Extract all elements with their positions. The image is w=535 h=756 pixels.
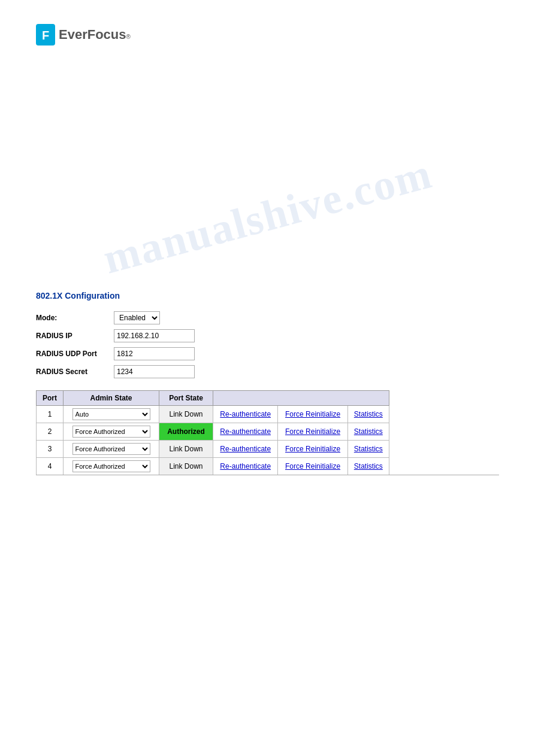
radius-secret-input[interactable] [114, 365, 195, 378]
port-table-area: Port Admin State Port State 1AutoForce A… [36, 390, 499, 475]
admin-state-select-3[interactable]: AutoForce AuthorizedForce Unauthorized [72, 443, 150, 455]
logo-brand-text: EverFocus [59, 27, 126, 42]
table-row: 1AutoForce AuthorizedForce UnauthorizedL… [37, 406, 389, 423]
table-row: 3AutoForce AuthorizedForce UnauthorizedL… [37, 441, 389, 458]
port-state-cell-2: Authorized [159, 423, 213, 441]
radius-udp-label: RADIUS UDP Port [36, 350, 114, 358]
force-reinitialize-cell-2: Force Reinitialize [278, 423, 347, 441]
table-row: 2AutoForce AuthorizedForce UnauthorizedA… [37, 423, 389, 441]
mode-field-group: Mode: Enabled Disabled [36, 311, 499, 324]
re-authenticate-cell-1: Re-authenticate [213, 406, 278, 423]
admin-state-cell-2: AutoForce AuthorizedForce Unauthorized [64, 423, 159, 441]
col-header-actions [213, 391, 389, 406]
statistics-link-3[interactable]: Statistics [354, 445, 383, 453]
statistics-link-4[interactable]: Statistics [354, 462, 383, 470]
force-reinitialize-cell-1: Force Reinitialize [278, 406, 347, 423]
svg-text:F: F [42, 29, 49, 42]
mode-label: Mode: [36, 314, 114, 322]
admin-state-cell-3: AutoForce AuthorizedForce Unauthorized [64, 441, 159, 458]
admin-state-cell-4: AutoForce AuthorizedForce Unauthorized [64, 458, 159, 475]
section-title: 802.1X Configuration [36, 291, 499, 300]
statistics-cell-4: Statistics [347, 458, 389, 475]
radius-udp-field-group: RADIUS UDP Port [36, 347, 499, 360]
port-number-4: 4 [37, 458, 64, 475]
statistics-cell-1: Statistics [347, 406, 389, 423]
admin-state-select-1[interactable]: AutoForce AuthorizedForce Unauthorized [72, 408, 150, 420]
logo-reg: ® [126, 34, 131, 40]
table-row: 4AutoForce AuthorizedForce UnauthorizedL… [37, 458, 389, 475]
port-number-3: 3 [37, 441, 64, 458]
re-authenticate-cell-2: Re-authenticate [213, 423, 278, 441]
statistics-cell-3: Statistics [347, 441, 389, 458]
bottom-divider [36, 475, 499, 475]
radius-udp-input[interactable] [114, 347, 195, 360]
admin-state-select-2[interactable]: AutoForce AuthorizedForce Unauthorized [72, 426, 150, 438]
col-header-port-state: Port State [159, 391, 213, 406]
logo-area: F EverFocus ® [36, 24, 499, 45]
force-reinitialize-link-2[interactable]: Force Reinitialize [285, 427, 340, 436]
radius-ip-input[interactable] [114, 329, 195, 342]
col-header-port: Port [37, 391, 64, 406]
re-authenticate-cell-3: Re-authenticate [213, 441, 278, 458]
admin-state-cell-1: AutoForce AuthorizedForce Unauthorized [64, 406, 159, 423]
port-number-2: 2 [37, 423, 64, 441]
re-authenticate-link-2[interactable]: Re-authenticate [220, 427, 271, 436]
force-reinitialize-cell-4: Force Reinitialize [278, 458, 347, 475]
re-authenticate-cell-4: Re-authenticate [213, 458, 278, 475]
radius-ip-label: RADIUS IP [36, 332, 114, 340]
force-reinitialize-link-1[interactable]: Force Reinitialize [285, 410, 340, 418]
port-state-cell-1: Link Down [159, 406, 213, 423]
force-reinitialize-cell-3: Force Reinitialize [278, 441, 347, 458]
radius-secret-label: RADIUS Secret [36, 368, 114, 376]
logo-icon: F [36, 24, 55, 45]
col-header-admin-state: Admin State [64, 391, 159, 406]
radius-ip-field-group: RADIUS IP [36, 329, 499, 342]
radius-secret-field-group: RADIUS Secret [36, 365, 499, 378]
statistics-link-2[interactable]: Statistics [354, 427, 383, 436]
force-reinitialize-link-4[interactable]: Force Reinitialize [285, 462, 340, 470]
statistics-link-1[interactable]: Statistics [354, 410, 383, 418]
port-state-cell-3: Link Down [159, 441, 213, 458]
port-number-1: 1 [37, 406, 64, 423]
port-state-cell-4: Link Down [159, 458, 213, 475]
re-authenticate-link-4[interactable]: Re-authenticate [220, 462, 271, 470]
force-reinitialize-link-3[interactable]: Force Reinitialize [285, 445, 340, 453]
port-config-table: Port Admin State Port State 1AutoForce A… [36, 390, 389, 475]
admin-state-select-4[interactable]: AutoForce AuthorizedForce Unauthorized [72, 460, 150, 472]
re-authenticate-link-3[interactable]: Re-authenticate [220, 445, 271, 453]
re-authenticate-link-1[interactable]: Re-authenticate [220, 410, 271, 418]
statistics-cell-2: Statistics [347, 423, 389, 441]
mode-select[interactable]: Enabled Disabled [114, 311, 160, 324]
